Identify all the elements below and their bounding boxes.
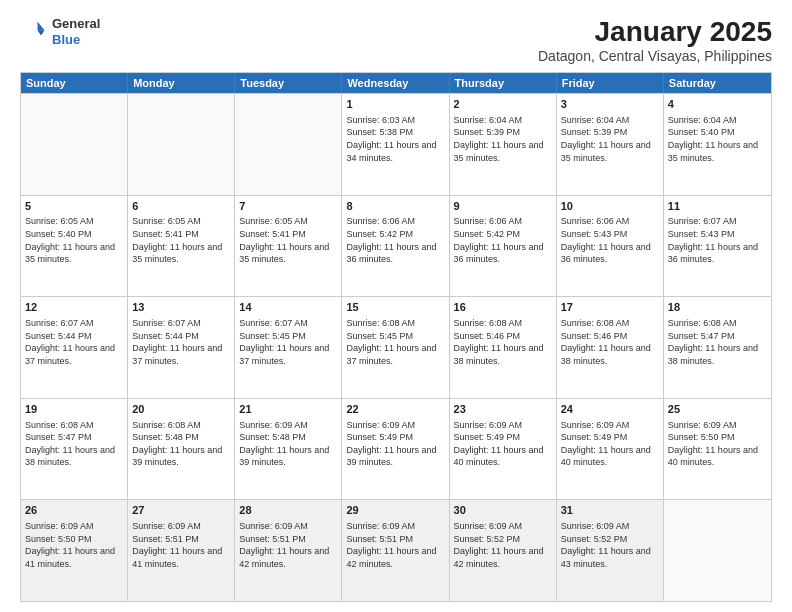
logo-blue: Blue [52,32,100,48]
calendar-cell: 1Sunrise: 6:03 AMSunset: 5:38 PMDaylight… [342,94,449,195]
day-number: 25 [668,402,767,417]
calendar-cell: 16Sunrise: 6:08 AMSunset: 5:46 PMDayligh… [450,297,557,398]
cell-info: Sunrise: 6:05 AMSunset: 5:41 PMDaylight:… [239,215,337,265]
cell-info: Sunrise: 6:09 AMSunset: 5:49 PMDaylight:… [454,419,552,469]
weekday-header: Wednesday [342,73,449,93]
svg-marker-1 [38,30,45,35]
calendar-body: 1Sunrise: 6:03 AMSunset: 5:38 PMDaylight… [21,93,771,601]
cell-info: Sunrise: 6:04 AMSunset: 5:39 PMDaylight:… [454,114,552,164]
cell-info: Sunrise: 6:08 AMSunset: 5:48 PMDaylight:… [132,419,230,469]
calendar-cell [21,94,128,195]
cell-info: Sunrise: 6:06 AMSunset: 5:43 PMDaylight:… [561,215,659,265]
day-number: 22 [346,402,444,417]
calendar-cell: 17Sunrise: 6:08 AMSunset: 5:46 PMDayligh… [557,297,664,398]
day-number: 10 [561,199,659,214]
calendar-cell: 9Sunrise: 6:06 AMSunset: 5:42 PMDaylight… [450,196,557,297]
calendar-cell: 10Sunrise: 6:06 AMSunset: 5:43 PMDayligh… [557,196,664,297]
cell-info: Sunrise: 6:09 AMSunset: 5:49 PMDaylight:… [346,419,444,469]
cell-info: Sunrise: 6:04 AMSunset: 5:39 PMDaylight:… [561,114,659,164]
day-number: 19 [25,402,123,417]
calendar-row: 26Sunrise: 6:09 AMSunset: 5:50 PMDayligh… [21,499,771,601]
calendar-cell: 2Sunrise: 6:04 AMSunset: 5:39 PMDaylight… [450,94,557,195]
calendar-cell: 20Sunrise: 6:08 AMSunset: 5:48 PMDayligh… [128,399,235,500]
weekday-header: Friday [557,73,664,93]
header: General Blue January 2025 Datagon, Centr… [20,16,772,64]
calendar-cell: 3Sunrise: 6:04 AMSunset: 5:39 PMDaylight… [557,94,664,195]
calendar-cell: 15Sunrise: 6:08 AMSunset: 5:45 PMDayligh… [342,297,449,398]
cell-info: Sunrise: 6:07 AMSunset: 5:43 PMDaylight:… [668,215,767,265]
cell-info: Sunrise: 6:06 AMSunset: 5:42 PMDaylight:… [454,215,552,265]
calendar-cell: 29Sunrise: 6:09 AMSunset: 5:51 PMDayligh… [342,500,449,601]
logo-general: General [52,16,100,32]
day-number: 16 [454,300,552,315]
weekday-header: Monday [128,73,235,93]
calendar-cell: 7Sunrise: 6:05 AMSunset: 5:41 PMDaylight… [235,196,342,297]
cell-info: Sunrise: 6:05 AMSunset: 5:41 PMDaylight:… [132,215,230,265]
day-number: 12 [25,300,123,315]
calendar-row: 1Sunrise: 6:03 AMSunset: 5:38 PMDaylight… [21,93,771,195]
cell-info: Sunrise: 6:09 AMSunset: 5:50 PMDaylight:… [668,419,767,469]
cell-info: Sunrise: 6:09 AMSunset: 5:52 PMDaylight:… [561,520,659,570]
cell-info: Sunrise: 6:07 AMSunset: 5:45 PMDaylight:… [239,317,337,367]
page: General Blue January 2025 Datagon, Centr… [0,0,792,612]
title-month: January 2025 [538,16,772,48]
cell-info: Sunrise: 6:09 AMSunset: 5:48 PMDaylight:… [239,419,337,469]
day-number: 20 [132,402,230,417]
calendar: SundayMondayTuesdayWednesdayThursdayFrid… [20,72,772,602]
day-number: 2 [454,97,552,112]
cell-info: Sunrise: 6:08 AMSunset: 5:46 PMDaylight:… [454,317,552,367]
logo-icon [20,18,48,46]
calendar-cell: 11Sunrise: 6:07 AMSunset: 5:43 PMDayligh… [664,196,771,297]
cell-info: Sunrise: 6:04 AMSunset: 5:40 PMDaylight:… [668,114,767,164]
day-number: 9 [454,199,552,214]
day-number: 13 [132,300,230,315]
day-number: 27 [132,503,230,518]
calendar-cell: 24Sunrise: 6:09 AMSunset: 5:49 PMDayligh… [557,399,664,500]
calendar-header: SundayMondayTuesdayWednesdayThursdayFrid… [21,73,771,93]
cell-info: Sunrise: 6:06 AMSunset: 5:42 PMDaylight:… [346,215,444,265]
cell-info: Sunrise: 6:07 AMSunset: 5:44 PMDaylight:… [132,317,230,367]
calendar-cell: 26Sunrise: 6:09 AMSunset: 5:50 PMDayligh… [21,500,128,601]
cell-info: Sunrise: 6:05 AMSunset: 5:40 PMDaylight:… [25,215,123,265]
day-number: 28 [239,503,337,518]
weekday-header: Saturday [664,73,771,93]
calendar-cell: 30Sunrise: 6:09 AMSunset: 5:52 PMDayligh… [450,500,557,601]
day-number: 6 [132,199,230,214]
calendar-cell: 23Sunrise: 6:09 AMSunset: 5:49 PMDayligh… [450,399,557,500]
logo: General Blue [20,16,100,47]
calendar-cell: 4Sunrise: 6:04 AMSunset: 5:40 PMDaylight… [664,94,771,195]
day-number: 23 [454,402,552,417]
calendar-cell: 25Sunrise: 6:09 AMSunset: 5:50 PMDayligh… [664,399,771,500]
calendar-cell: 8Sunrise: 6:06 AMSunset: 5:42 PMDaylight… [342,196,449,297]
cell-info: Sunrise: 6:09 AMSunset: 5:51 PMDaylight:… [346,520,444,570]
title-location: Datagon, Central Visayas, Philippines [538,48,772,64]
weekday-header: Thursday [450,73,557,93]
calendar-cell [235,94,342,195]
title-block: January 2025 Datagon, Central Visayas, P… [538,16,772,64]
day-number: 8 [346,199,444,214]
svg-marker-0 [38,21,45,30]
calendar-row: 5Sunrise: 6:05 AMSunset: 5:40 PMDaylight… [21,195,771,297]
calendar-cell: 12Sunrise: 6:07 AMSunset: 5:44 PMDayligh… [21,297,128,398]
day-number: 18 [668,300,767,315]
day-number: 24 [561,402,659,417]
calendar-cell: 21Sunrise: 6:09 AMSunset: 5:48 PMDayligh… [235,399,342,500]
calendar-cell [664,500,771,601]
day-number: 14 [239,300,337,315]
logo-text: General Blue [52,16,100,47]
day-number: 21 [239,402,337,417]
weekday-header: Tuesday [235,73,342,93]
calendar-cell: 31Sunrise: 6:09 AMSunset: 5:52 PMDayligh… [557,500,664,601]
day-number: 31 [561,503,659,518]
cell-info: Sunrise: 6:08 AMSunset: 5:47 PMDaylight:… [25,419,123,469]
cell-info: Sunrise: 6:09 AMSunset: 5:51 PMDaylight:… [132,520,230,570]
day-number: 7 [239,199,337,214]
cell-info: Sunrise: 6:07 AMSunset: 5:44 PMDaylight:… [25,317,123,367]
weekday-header: Sunday [21,73,128,93]
calendar-cell: 18Sunrise: 6:08 AMSunset: 5:47 PMDayligh… [664,297,771,398]
calendar-cell: 13Sunrise: 6:07 AMSunset: 5:44 PMDayligh… [128,297,235,398]
calendar-cell: 6Sunrise: 6:05 AMSunset: 5:41 PMDaylight… [128,196,235,297]
cell-info: Sunrise: 6:08 AMSunset: 5:47 PMDaylight:… [668,317,767,367]
cell-info: Sunrise: 6:09 AMSunset: 5:51 PMDaylight:… [239,520,337,570]
cell-info: Sunrise: 6:09 AMSunset: 5:50 PMDaylight:… [25,520,123,570]
